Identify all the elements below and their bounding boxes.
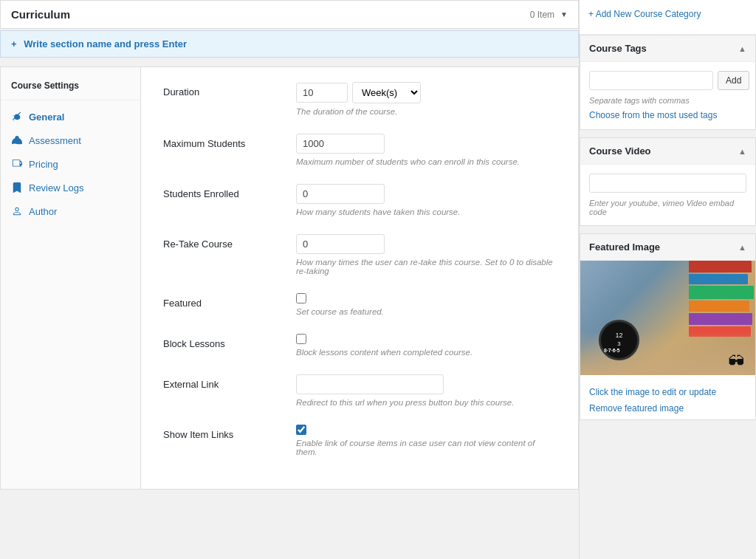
add-category-section: + Add New Course Category [580,0,756,35]
author-icon [11,205,23,217]
tag-input[interactable] [589,71,713,90]
featured-image-display[interactable]: 12 3 8·7·6·5 🕶 [580,261,755,375]
show-item-links-control: Enable link of course items in case user… [296,425,556,456]
settings-sidebar-title: Course Settings [1,75,140,100]
right-sidebar-content: + Add New Course Category Course Tags ▲ … [580,0,756,420]
pricing-icon [11,158,23,170]
featured-label: Featured [163,293,296,309]
add-category-link[interactable]: + Add New Course Category [588,6,747,22]
retake-course-control: How many times the user can re-take this… [296,234,556,275]
sidebar-item-author-label: Author [29,206,57,217]
students-enrolled-row: Students Enrolled How many students have… [163,184,556,216]
max-students-control: Maximum number of students who can enrol… [296,134,556,166]
block-lessons-hint: Block lessons content when completed cou… [296,348,556,357]
review-logs-icon [11,182,23,193]
sidebar-item-pricing[interactable]: Pricing [1,152,140,176]
course-tags-header: Course Tags ▲ [580,35,755,62]
right-sidebar: + Add New Course Category Course Tags ▲ … [579,0,756,559]
duration-hint: The duration of the course. [296,107,556,116]
course-video-body: Enter your youtube, vimeo Video embad co… [580,165,755,225]
block-lessons-control: Block lessons content when completed cou… [296,334,556,357]
course-video-input[interactable] [589,174,746,193]
show-item-links-checkbox[interactable] [296,425,306,435]
settings-sidebar: Course Settings General Assessment [1,67,141,489]
duration-label: Duration [163,82,296,97]
external-link-hint: Redirect to this url when you press butt… [296,398,556,407]
featured-checkbox-wrapper [296,293,556,303]
featured-hint: Set course as featured. [296,307,556,316]
glasses-decoration: 🕶 [728,352,744,371]
show-item-links-checkbox-wrapper [296,425,556,435]
tag-input-row: Add [589,71,746,90]
featured-checkbox[interactable] [296,293,306,303]
featured-image-widget: Featured Image ▲ [580,233,756,420]
featured-image-header: Featured Image ▲ [580,234,755,261]
duration-unit-select[interactable]: Week(s) Minute(s) Hour(s) Day(s) Month(s… [352,82,421,103]
featured-image-actions: Click the image to edit or update Remove… [580,375,755,419]
tag-choose-link[interactable]: Choose from the most used tags [589,110,717,120]
course-video-collapse-icon[interactable]: ▲ [738,147,746,156]
course-video-widget: Course Video ▲ Enter your youtube, vimeo… [580,137,756,226]
course-settings-panel: Course Settings General Assessment [0,66,579,490]
tag-add-button[interactable]: Add [718,71,749,90]
show-item-links-hint: Enable link of course items in case user… [296,439,556,456]
block-lessons-checkbox-wrapper [296,334,556,344]
curriculum-section: Curriculum 0 Item ▼ [0,0,579,29]
add-section-plus: + [11,38,17,49]
duration-control: Week(s) Minute(s) Hour(s) Day(s) Month(s… [296,82,556,116]
block-lessons-checkbox[interactable] [296,334,306,344]
add-section-text[interactable]: Write section name and press Enter [24,38,187,49]
external-link-control: Redirect to this url when you press butt… [296,374,556,407]
add-section-bar[interactable]: + Write section name and press Enter [0,30,579,58]
block-lessons-label: Block Lessons [163,334,296,349]
max-students-label: Maximum Students [163,134,296,149]
sidebar-item-assessment[interactable]: Assessment [1,128,140,152]
retake-course-input[interactable] [296,234,385,254]
sidebar-item-general[interactable]: General [1,105,140,128]
duration-row: Duration Week(s) Minute(s) Hour(s) Day(s… [163,82,556,116]
show-item-links-row: Show Item Links Enable link of course it… [163,425,556,456]
settings-content-area: Duration Week(s) Minute(s) Hour(s) Day(s… [141,67,578,489]
curriculum-item-count: 0 Item [530,10,554,20]
sidebar-item-review-logs-label: Review Logs [29,182,83,193]
course-video-header: Course Video ▲ [580,138,755,165]
course-video-title: Course Video [589,145,651,157]
curriculum-dropdown-arrow[interactable]: ▼ [560,10,568,18]
show-item-links-label: Show Item Links [163,425,296,440]
course-tags-collapse-icon[interactable]: ▲ [738,44,746,53]
retake-course-hint: How many times the user can re-take this… [296,258,556,275]
block-lessons-row: Block Lessons Block lessons content when… [163,334,556,357]
external-link-input[interactable] [296,374,444,394]
featured-image-remove-link[interactable]: Remove featured image [589,403,746,414]
sidebar-item-general-label: General [29,112,64,123]
featured-control: Set course as featured. [296,293,556,316]
duration-input[interactable] [296,83,348,103]
students-enrolled-label: Students Enrolled [163,184,296,199]
featured-image-body: 12 3 8·7·6·5 🕶 Click the image to edit o… [580,261,755,419]
course-tags-widget: Course Tags ▲ Add Separate tags with com… [580,35,756,130]
external-link-row: External Link Redirect to this url when … [163,374,556,407]
featured-image-edit-link[interactable]: Click the image to edit or update [589,387,746,397]
curriculum-meta: 0 Item ▼ [530,10,568,20]
sidebar-item-review-logs[interactable]: Review Logs [1,176,140,199]
students-enrolled-input[interactable] [296,184,385,204]
clock-decoration: 12 3 [599,320,639,360]
max-students-hint: Maximum number of students who can enrol… [296,157,556,166]
wrench-icon [11,111,23,123]
max-students-input[interactable] [296,134,385,154]
students-enrolled-control: How many students have taken this course… [296,184,556,216]
retake-course-row: Re-Take Course How many times the user c… [163,234,556,275]
sidebar-item-assessment-label: Assessment [29,135,81,146]
course-tags-title: Course Tags [589,43,647,54]
duration-group: Week(s) Minute(s) Hour(s) Day(s) Month(s… [296,82,556,103]
external-link-label: External Link [163,374,296,390]
sidebar-item-author[interactable]: Author [1,199,140,223]
curriculum-title: Curriculum [11,8,70,21]
featured-image-title: Featured Image [589,241,660,253]
featured-image-collapse-icon[interactable]: ▲ [738,243,746,252]
retake-course-label: Re-Take Course [163,234,296,250]
course-tags-body: Add Separate tags with commas Choose fro… [580,62,755,129]
course-video-hint: Enter your youtube, vimeo Video embad co… [589,199,746,216]
sidebar-item-pricing-label: Pricing [29,159,58,170]
clock-time-display: 8·7·6·5 [604,348,619,353]
